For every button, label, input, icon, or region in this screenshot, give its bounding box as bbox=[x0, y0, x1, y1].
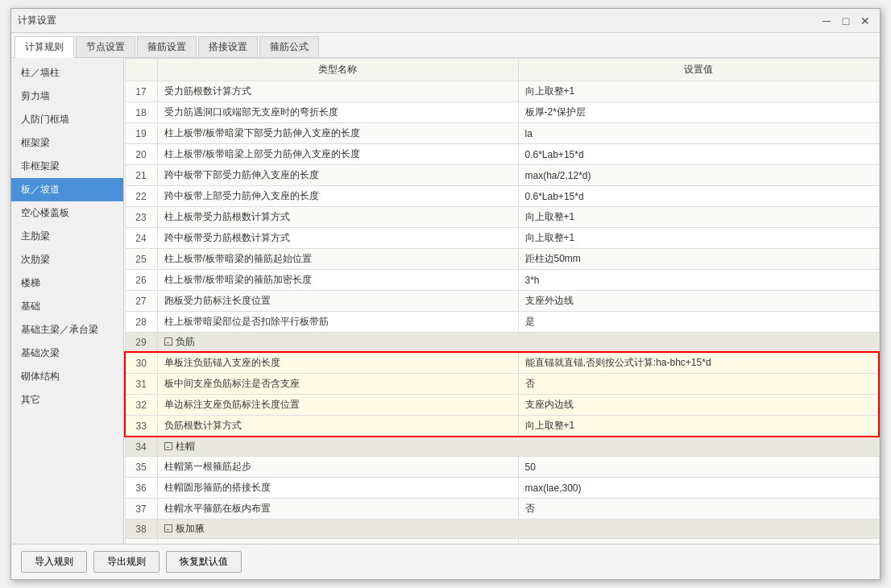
sidebar-item-主肋梁[interactable]: 主肋梁 bbox=[11, 225, 123, 248]
row-name: 跨中板带下部受力筋伸入支座的长度 bbox=[157, 165, 518, 186]
sidebar-item-楼梯[interactable]: 楼梯 bbox=[11, 271, 123, 295]
sidebar-item-非框架梁[interactable]: 非框架梁 bbox=[11, 155, 123, 178]
row-value: 0.6*Lab+15*d bbox=[518, 186, 879, 207]
close-button[interactable]: ✕ bbox=[857, 13, 873, 29]
row-name: 柱上板带/板带暗梁的箍筋起始位置 bbox=[157, 249, 518, 270]
row-value: 向上取整+1 bbox=[518, 228, 879, 249]
row-value: 向上取整+1 bbox=[518, 207, 879, 228]
row-value: 能直锚就直锚,否则按公式计算:ha-bhc+15*d bbox=[518, 352, 879, 374]
collapse-icon[interactable]: - bbox=[164, 524, 172, 532]
export-rules-button[interactable]: 导出规则 bbox=[93, 551, 160, 573]
table-row[interactable]: 29-负筋 bbox=[125, 333, 879, 353]
row-value: 否 bbox=[518, 499, 879, 520]
tab-搭接设置[interactable]: 搭接设置 bbox=[198, 36, 258, 57]
row-name: 柱上板带暗梁部位是否扣除平行板带筋 bbox=[157, 312, 518, 333]
main-content: 柱／墙柱剪力墙人防门框墙框架梁非框架梁板／坡道空心楼盖板主肋梁次肋梁楼梯基础基础… bbox=[11, 58, 880, 544]
row-num: 21 bbox=[125, 165, 157, 186]
table-row[interactable]: 28柱上板带暗梁部位是否扣除平行板带筋是 bbox=[125, 312, 879, 333]
row-num: 17 bbox=[125, 81, 157, 102]
sidebar-item-框架梁[interactable]: 框架梁 bbox=[11, 131, 123, 155]
row-value: 支座外边线 bbox=[518, 291, 879, 312]
table-row[interactable]: 31板中间支座负筋标注是否含支座否 bbox=[125, 374, 879, 395]
table-row[interactable]: 20柱上板带/板带暗梁上部受力筋伸入支座的长度0.6*Lab+15*d bbox=[125, 144, 879, 165]
table-row[interactable]: 33负筋根数计算方式向上取整+1 bbox=[125, 416, 879, 437]
row-name: 单板注负筋锚入支座的长度 bbox=[157, 352, 518, 374]
maximize-button[interactable]: □ bbox=[838, 13, 854, 29]
table-row[interactable]: 26柱上板带/板带暗梁的箍筋加密长度3*h bbox=[125, 270, 879, 291]
tab-节点设置[interactable]: 节点设置 bbox=[76, 36, 135, 57]
sidebar-item-柱／墙柱[interactable]: 柱／墙柱 bbox=[11, 61, 123, 85]
row-num: 24 bbox=[125, 228, 157, 249]
row-value: max(lae,300) bbox=[518, 478, 879, 499]
row-name: 柱帽圆形箍筋的搭接长度 bbox=[157, 478, 518, 499]
tabs-bar: 计算规则节点设置箍筋设置搭接设置箍筋公式 bbox=[11, 33, 880, 58]
sidebar-item-剪力墙[interactable]: 剪力墙 bbox=[11, 85, 123, 108]
tab-箍筋设置[interactable]: 箍筋设置 bbox=[137, 36, 197, 57]
row-num: 19 bbox=[125, 123, 157, 144]
row-value: 距柱边50mm bbox=[518, 249, 879, 270]
restore-defaults-button[interactable]: 恢复默认值 bbox=[166, 551, 242, 573]
minimize-button[interactable]: ─ bbox=[818, 13, 835, 29]
table-row[interactable]: 36柱帽圆形箍筋的搭接长度max(lae,300) bbox=[125, 478, 879, 499]
title-bar: 计算设置 ─ □ ✕ bbox=[11, 9, 880, 33]
row-name: 负筋根数计算方式 bbox=[157, 416, 518, 437]
table-area[interactable]: 类型名称 设置值 17受力筋根数计算方式向上取整+118受力筋遇洞口或端部无支座… bbox=[124, 58, 880, 544]
table-row[interactable]: 34-柱帽 bbox=[125, 437, 879, 457]
table-row[interactable]: 18受力筋遇洞口或端部无支座时的弯折长度板厚-2*保护层 bbox=[125, 102, 879, 123]
sidebar: 柱／墙柱剪力墙人防门框墙框架梁非框架梁板／坡道空心楼盖板主肋梁次肋梁楼梯基础基础… bbox=[11, 58, 124, 544]
settings-table: 类型名称 设置值 17受力筋根数计算方式向上取整+118受力筋遇洞口或端部无支座… bbox=[124, 58, 880, 544]
sidebar-item-基础[interactable]: 基础 bbox=[11, 295, 123, 318]
row-num: 31 bbox=[125, 374, 157, 395]
row-num: 25 bbox=[125, 249, 157, 270]
table-row[interactable]: 17受力筋根数计算方式向上取整+1 bbox=[125, 81, 879, 102]
table-row[interactable]: 19柱上板带/板带暗梁下部受力筋伸入支座的长度la bbox=[125, 123, 879, 144]
table-row[interactable]: 22跨中板带上部受力筋伸入支座的长度0.6*Lab+15*d bbox=[125, 186, 879, 207]
row-value: 否 bbox=[518, 374, 879, 395]
row-value: max(ha/2,12*d) bbox=[518, 165, 879, 186]
row-num: 18 bbox=[125, 102, 157, 123]
row-value: 3*h bbox=[518, 270, 879, 291]
row-num: 30 bbox=[125, 352, 157, 374]
row-value: 向上取整+1 bbox=[518, 416, 879, 437]
table-row[interactable]: 32单边标注支座负筋标注长度位置支座内边线 bbox=[125, 395, 879, 416]
sidebar-item-板／坡道[interactable]: 板／坡道 bbox=[11, 178, 123, 201]
sidebar-item-砌体结构[interactable]: 砌体结构 bbox=[11, 365, 123, 388]
sidebar-item-基础次梁[interactable]: 基础次梁 bbox=[11, 342, 123, 365]
table-row[interactable]: 38-板加腋 bbox=[125, 520, 879, 539]
table-row[interactable]: 35柱帽第一根箍筋起步50 bbox=[125, 457, 879, 478]
row-num: 26 bbox=[125, 270, 157, 291]
sidebar-item-人防门框墙[interactable]: 人防门框墙 bbox=[11, 108, 123, 131]
row-num: 20 bbox=[125, 144, 157, 165]
row-name: 柱上板带/板带暗梁的箍筋加密长度 bbox=[157, 270, 518, 291]
row-name: 跨中板带受力筋根数计算方式 bbox=[157, 228, 518, 249]
import-rules-button[interactable]: 导入规则 bbox=[21, 551, 87, 573]
table-row[interactable]: 23柱上板带受力筋根数计算方式向上取整+1 bbox=[125, 207, 879, 228]
table-row[interactable]: 24跨中板带受力筋根数计算方式向上取整+1 bbox=[125, 228, 879, 249]
row-num: 28 bbox=[125, 312, 157, 333]
table-row[interactable]: 21跨中板带下部受力筋伸入支座的长度max(ha/2,12*d) bbox=[125, 165, 879, 186]
table-row[interactable]: 30单板注负筋锚入支座的长度能直锚就直锚,否则按公式计算:ha-bhc+15*d bbox=[125, 352, 879, 374]
row-value: 支座内边线 bbox=[518, 395, 879, 416]
sidebar-item-次肋梁[interactable]: 次肋梁 bbox=[11, 248, 123, 271]
row-name: 柱上板带受力筋根数计算方式 bbox=[157, 207, 518, 228]
sidebar-item-空心楼盖板[interactable]: 空心楼盖板 bbox=[11, 201, 123, 225]
row-num: 22 bbox=[125, 186, 157, 207]
table-row[interactable]: 37柱帽水平箍筋在板内布置否 bbox=[125, 499, 879, 520]
row-value: 是 bbox=[518, 312, 879, 333]
table-row[interactable]: 27跑板受力筋标注长度位置支座外边线 bbox=[125, 291, 879, 312]
window-controls: ─ □ ✕ bbox=[818, 13, 873, 29]
tab-箍筋公式[interactable]: 箍筋公式 bbox=[259, 36, 319, 57]
row-name: 柱上板带/板带暗梁下部受力筋伸入支座的长度 bbox=[157, 123, 518, 144]
row-value: 板厚-2*保护层 bbox=[518, 102, 879, 123]
collapse-icon[interactable]: - bbox=[164, 442, 172, 450]
sidebar-item-其它[interactable]: 其它 bbox=[11, 388, 123, 412]
row-name: 柱帽第一根箍筋起步 bbox=[157, 457, 518, 478]
tab-计算规则[interactable]: 计算规则 bbox=[15, 36, 74, 58]
row-num: 29 bbox=[125, 333, 157, 353]
sidebar-item-基础主梁／承台梁[interactable]: 基础主梁／承台梁 bbox=[11, 318, 123, 342]
row-num: 34 bbox=[125, 437, 157, 457]
row-name: 跑板受力筋标注长度位置 bbox=[157, 291, 518, 312]
table-row[interactable]: 25柱上板带/板带暗梁的箍筋起始位置距柱边50mm bbox=[125, 249, 879, 270]
collapse-icon[interactable]: - bbox=[164, 337, 172, 346]
row-num: 27 bbox=[125, 291, 157, 312]
